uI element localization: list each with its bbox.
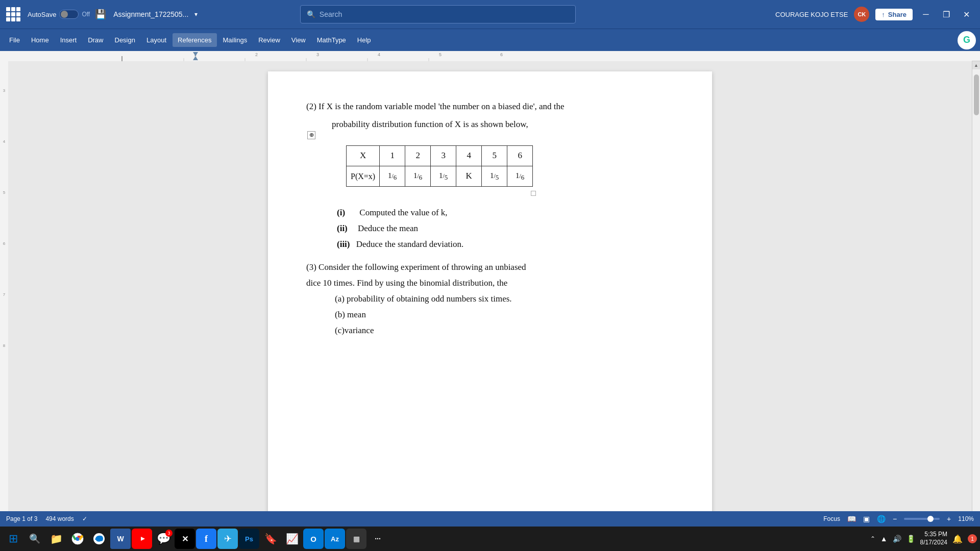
photoshop-button[interactable]: Ps	[239, 529, 259, 549]
youtube-button[interactable]	[132, 529, 152, 549]
bookmark-app-button[interactable]: 🔖	[260, 529, 281, 549]
menu-view[interactable]: View	[286, 33, 311, 47]
web-layout-icon[interactable]: 🌐	[877, 515, 886, 523]
facebook-button[interactable]: f	[196, 529, 216, 549]
minimize-button[interactable]: ─	[919, 7, 933, 21]
autosave-state: Off	[82, 11, 90, 18]
table-cell-v2: 1/6	[405, 166, 431, 186]
table-move-handle[interactable]: ⊕	[307, 131, 315, 139]
user-avatar[interactable]: CK	[854, 7, 869, 22]
waffle-icon[interactable]	[6, 7, 20, 21]
filename-label[interactable]: Assignment_1722505...	[113, 10, 188, 18]
chrome2-button[interactable]	[89, 529, 109, 549]
menu-design[interactable]: Design	[110, 33, 140, 47]
table-header-row: X 1 2 3 4 5 6	[347, 145, 533, 166]
save-button[interactable]: 💾	[95, 9, 106, 20]
twitter-x-button[interactable]: ✕	[175, 529, 195, 549]
menu-insert[interactable]: Insert	[55, 33, 82, 47]
telegram-button[interactable]: ✈	[217, 529, 238, 549]
table-cell-v5: 1/5	[482, 166, 507, 186]
table-cell-h3: 3	[431, 145, 456, 166]
whatsapp-badge: 3	[165, 530, 173, 537]
label-ii: (ii)	[337, 223, 348, 233]
list-items: (i) Computed the value of k, (ii) Deduce…	[337, 206, 674, 252]
zoom-level[interactable]: 110%	[958, 515, 974, 522]
focus-button[interactable]: Focus	[823, 515, 840, 522]
zoom-thumb[interactable]	[927, 516, 934, 522]
file-explorer-button[interactable]: 📁	[46, 529, 66, 549]
word-count[interactable]: 494 words	[45, 515, 74, 522]
speaker-icon[interactable]: 🔊	[893, 535, 901, 543]
zoom-minus[interactable]: −	[893, 515, 897, 523]
menu-mathtype[interactable]: MathType	[312, 33, 351, 47]
list-item-i: (i) Computed the value of k,	[337, 206, 674, 220]
svg-text:2: 2	[255, 52, 258, 57]
vertical-scrollbar[interactable]: ▲ ▼	[972, 61, 980, 527]
wifi-icon[interactable]: ▲	[880, 535, 888, 543]
svg-text:5: 5	[3, 190, 6, 195]
menu-draw[interactable]: Draw	[83, 33, 108, 47]
word-button[interactable]: W	[110, 529, 131, 549]
label-iii: (iii)	[337, 239, 350, 249]
menu-mailings[interactable]: Mailings	[218, 33, 253, 47]
share-icon: ↑	[881, 11, 885, 18]
autosave-toggle[interactable]	[59, 10, 79, 19]
filename-dropdown[interactable]: ▾	[194, 11, 198, 18]
chart-app-button[interactable]: 📈	[282, 529, 302, 549]
zoom-slider[interactable]	[904, 518, 940, 520]
calculator-button[interactable]: ▦	[346, 529, 366, 549]
grammarly-icon[interactable]: G	[958, 31, 976, 49]
chevron-up-icon[interactable]: ⌃	[870, 535, 875, 542]
notification-icon[interactable]: 🔔	[952, 534, 963, 544]
toggle-knob	[61, 11, 68, 18]
notification-badge-icon[interactable]: 1	[968, 534, 977, 543]
time-display: 5:35 PM	[920, 531, 947, 539]
read-mode-icon[interactable]: 📖	[847, 515, 856, 523]
chrome-icon	[71, 533, 84, 545]
sub-items: (a) probability of obtaining odd numbers…	[335, 292, 674, 338]
table-cell-h4: 4	[456, 145, 482, 166]
table-cell-h1: 1	[380, 145, 405, 166]
chrome-button[interactable]	[67, 529, 88, 549]
table-data-row: P(X=x) 1/6 1/6 1/5 K 1/5	[347, 166, 533, 186]
menu-references[interactable]: References	[173, 33, 216, 47]
outlook-button[interactable]: O	[303, 529, 324, 549]
whatsapp-button[interactable]: 💬 3	[153, 529, 174, 549]
proofing-icon[interactable]: ✓	[82, 515, 87, 522]
more-apps-button[interactable]: ···	[368, 529, 388, 549]
zoom-plus[interactable]: +	[947, 515, 951, 523]
table-cell-v6: 1/6	[507, 166, 533, 186]
table-resize-handle[interactable]	[531, 191, 536, 196]
document-area: (2) If X is the random variable model 't…	[8, 61, 972, 527]
search-icon: 🔍	[307, 10, 315, 18]
search-box[interactable]: 🔍 Search	[300, 5, 576, 23]
start-button[interactable]: ⊞	[3, 529, 23, 549]
list-item-ii: (ii) Deduce the mean	[337, 221, 674, 236]
scroll-thumb[interactable]	[974, 74, 979, 115]
share-button[interactable]: ↑ Share	[875, 9, 913, 20]
search-placeholder: Search	[320, 10, 342, 18]
text-iii: Deduce the standard deviation.	[356, 239, 464, 249]
close-button[interactable]: ✕	[960, 7, 974, 21]
paragraph-3: (3) Consider the following experiment of…	[306, 260, 674, 275]
restore-button[interactable]: ❐	[939, 7, 953, 21]
clock[interactable]: 5:35 PM 8/17/2024	[920, 531, 947, 546]
menu-review[interactable]: Review	[253, 33, 285, 47]
translator-button[interactable]: Az	[325, 529, 345, 549]
menu-file[interactable]: File	[4, 33, 25, 47]
ruler-horizontal: 1 2 3 4 5 6	[0, 51, 980, 61]
print-layout-icon[interactable]: ▣	[863, 515, 870, 523]
menu-layout[interactable]: Layout	[141, 33, 172, 47]
document-page[interactable]: (2) If X is the random variable model 't…	[268, 71, 712, 516]
svg-text:4: 4	[378, 52, 380, 57]
autosave-control[interactable]: AutoSave Off	[28, 10, 90, 19]
svg-text:6: 6	[3, 241, 6, 246]
menu-help[interactable]: Help	[352, 33, 376, 47]
scroll-up-arrow[interactable]: ▲	[972, 61, 980, 69]
probability-table[interactable]: X 1 2 3 4 5 6 P(X=x) 1/6 1/	[346, 145, 533, 187]
battery-icon[interactable]: 🔋	[906, 535, 915, 543]
taskbar: ⊞ 🔍 📁 W 💬 3 ✕ f	[0, 527, 980, 551]
menu-home[interactable]: Home	[26, 33, 54, 47]
search-taskbar-button[interactable]: 🔍	[24, 529, 45, 549]
page-info[interactable]: Page 1 of 3	[6, 515, 37, 522]
